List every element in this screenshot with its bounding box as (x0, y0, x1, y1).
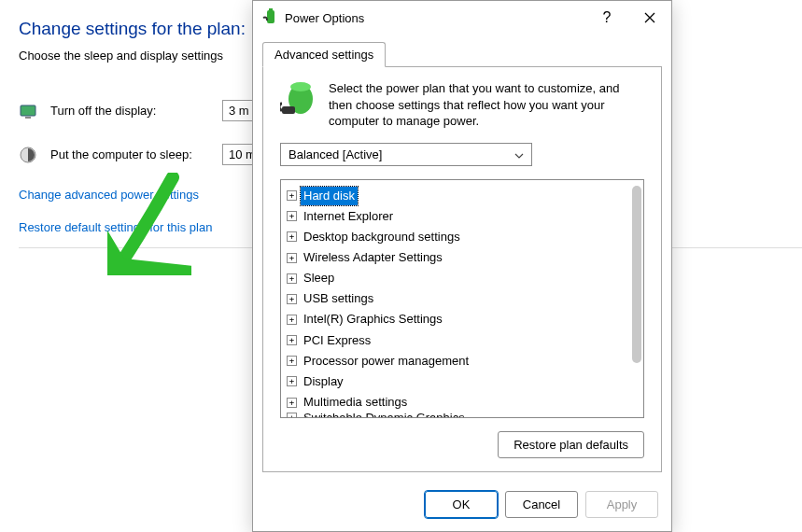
apply-button[interactable]: Apply (585, 491, 658, 518)
expand-icon[interactable]: + (287, 294, 297, 304)
dialog-footer: OK Cancel Apply (253, 482, 671, 531)
tree-item[interactable]: +Multimedia settings (285, 392, 641, 413)
battery-icon (262, 8, 279, 28)
close-button[interactable] (628, 1, 671, 35)
power-options-dialog: Power Options ? Advanced settings Select… (252, 0, 672, 532)
display-off-label: Turn off the display: (50, 104, 209, 118)
tree-item-label: Sleep (301, 269, 337, 287)
settings-tree[interactable]: +Hard disk+Internet Explorer+Desktop bac… (280, 179, 644, 418)
svg-rect-1 (25, 117, 31, 119)
expand-icon[interactable]: + (287, 356, 297, 366)
dialog-title: Power Options (279, 11, 585, 25)
svg-rect-4 (269, 8, 273, 11)
sleep-icon (19, 146, 37, 164)
tree-item[interactable]: +USB settings (285, 288, 641, 309)
tree-item[interactable]: +Wireless Adapter Settings (285, 247, 641, 268)
cancel-button[interactable]: Cancel (505, 491, 578, 518)
tree-item-label: Internet Explorer (301, 207, 396, 226)
tree-item[interactable]: +Intel(R) Graphics Settings (285, 309, 641, 329)
tree-item-label: USB settings (301, 289, 376, 308)
tree-item-label: Wireless Adapter Settings (301, 248, 445, 267)
svg-rect-0 (21, 105, 35, 116)
intro-text: Select the power plan that you want to c… (329, 80, 644, 130)
tree-item-label: Switchable Dynamic Graphics (301, 413, 468, 417)
expand-icon[interactable]: + (287, 376, 297, 386)
plan-select-value: Balanced [Active] (288, 147, 382, 161)
tree-item[interactable]: +Hard disk (285, 186, 641, 206)
display-icon (19, 102, 37, 120)
power-plan-select[interactable]: Balanced [Active] (280, 143, 532, 166)
sleep-label: Put the computer to sleep: (50, 147, 209, 161)
tree-item-label: Display (301, 372, 346, 391)
expand-icon[interactable]: + (287, 253, 297, 263)
help-button[interactable]: ? (585, 1, 628, 35)
expand-icon[interactable]: + (287, 190, 297, 201)
intro-row: Select the power plan that you want to c… (280, 80, 644, 130)
expand-icon[interactable]: + (287, 273, 297, 284)
tree-item[interactable]: +Display (285, 371, 641, 392)
tab-strip: Advanced settings (253, 35, 671, 67)
ok-button[interactable]: OK (425, 491, 498, 518)
tree-item[interactable]: +PCI Express (285, 330, 641, 351)
expand-icon[interactable]: + (287, 315, 297, 325)
chevron-down-icon (514, 147, 524, 161)
tab-advanced-settings[interactable]: Advanced settings (262, 42, 386, 67)
expand-icon[interactable]: + (287, 211, 297, 221)
scrollbar-thumb[interactable] (632, 186, 641, 363)
tree-item-label: PCI Express (301, 331, 373, 350)
expand-icon[interactable]: + (287, 335, 297, 345)
expand-icon[interactable]: + (287, 231, 297, 242)
tree-item[interactable]: +Desktop background settings (285, 227, 641, 247)
power-plan-icon (280, 80, 316, 130)
tree-item-label: Processor power management (301, 352, 471, 371)
tree-item-label: Hard disk (301, 187, 358, 205)
restore-plan-defaults-button[interactable]: Restore plan defaults (498, 431, 644, 458)
tree-item-label: Multimedia settings (301, 393, 410, 412)
svg-rect-7 (282, 106, 295, 114)
titlebar: Power Options ? (253, 1, 671, 35)
expand-icon[interactable]: + (287, 398, 297, 408)
tree-item[interactable]: +Processor power management (285, 351, 641, 371)
svg-rect-3 (267, 10, 274, 23)
tree-item-label: Intel(R) Graphics Settings (301, 310, 445, 329)
tree-item[interactable]: +Switchable Dynamic Graphics (285, 413, 641, 417)
svg-point-6 (290, 82, 311, 91)
tree-item-label: Desktop background settings (301, 228, 463, 246)
tab-panel: Select the power plan that you want to c… (262, 66, 662, 472)
tree-item[interactable]: +Internet Explorer (285, 206, 641, 227)
expand-icon[interactable]: + (287, 413, 297, 417)
tree-item[interactable]: +Sleep (285, 268, 641, 288)
close-icon (644, 12, 655, 23)
